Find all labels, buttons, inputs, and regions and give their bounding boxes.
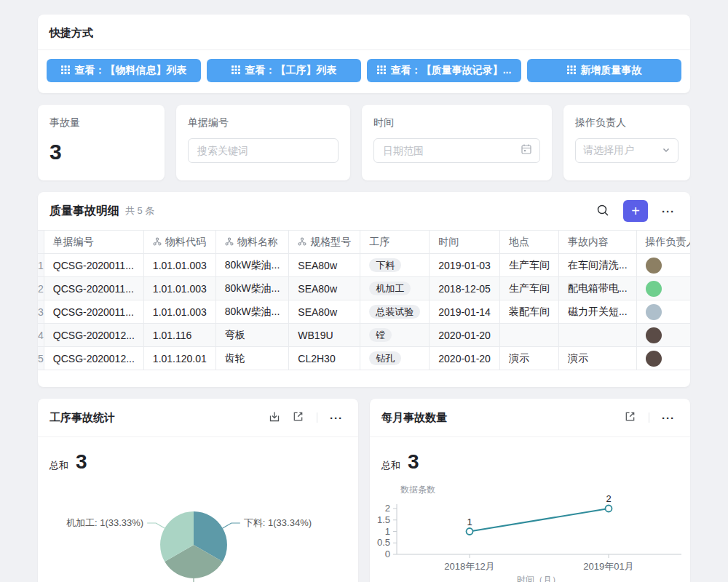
doc-no-filter-card: 单据编号 <box>176 105 350 180</box>
cell-time: 2018-12-05 <box>430 277 500 300</box>
process-pie-card: 工序事故统计 <box>38 399 358 582</box>
process-tag: 机加工 <box>369 282 411 295</box>
cell-material_name: 80kW柴油... <box>215 300 288 324</box>
line-more-button[interactable]: ··· <box>658 407 678 428</box>
charts-row: 工序事故统计 <box>38 399 690 582</box>
pie-chart-title: 工序事故统计 <box>50 411 115 425</box>
y-tick-label: 2 <box>385 503 390 514</box>
table-row[interactable]: 5QCSG-2020012...1.01.120.01齿轮CL2H30钻孔202… <box>38 347 690 370</box>
table-row[interactable]: 4QCSG-2020012...1.01.116弯板WB19U镗2020-01-… <box>38 324 690 347</box>
linked-field-icon <box>225 236 234 248</box>
cell-index: 5 <box>38 347 44 370</box>
calendar-icon <box>521 143 532 158</box>
pie-total-row: 总和 3 <box>38 437 358 474</box>
date-range-input-box[interactable] <box>373 138 540 163</box>
shortcut-button-label: 新增质量事故 <box>581 64 642 77</box>
line-total-value: 3 <box>408 450 419 474</box>
cell-content: 演示 <box>558 347 636 370</box>
cell-process: 下料 <box>360 254 430 277</box>
cell-avatar <box>636 324 690 347</box>
download-icon <box>268 410 281 426</box>
cell-index: 3 <box>38 300 44 324</box>
cell-material_code: 1.01.01.003 <box>143 277 215 300</box>
shortcut-button-3[interactable]: 新增质量事故 <box>527 59 681 82</box>
cell-material_name: 齿轮 <box>215 347 288 370</box>
x-tick-label: 2019年01月 <box>583 561 633 572</box>
shortcut-buttons: 查看：【物料信息】列表查看：【工序】列表查看：【质量事故记录】...新增质量事故 <box>38 50 690 91</box>
table-header-row: 单据编号物料代码物料名称规格型号工序时间地点事故内容操作负责人 <box>38 231 690 254</box>
shortcut-button-label: 查看：【质量事故记录】... <box>391 64 512 77</box>
column-header-label: 规格型号 <box>310 236 351 249</box>
ellipsis-icon: ··· <box>662 412 675 423</box>
cell-spec: SEA80w <box>289 277 360 300</box>
cell-avatar <box>636 347 690 370</box>
x-tick-label: 2018年12月 <box>444 561 494 572</box>
data-point[interactable] <box>606 506 612 512</box>
doc-no-search-input[interactable] <box>196 144 331 157</box>
table-row[interactable]: 3QCSG-2020011...1.01.01.00380kW柴油...SEA8… <box>38 300 690 324</box>
data-point-label: 1 <box>467 517 472 527</box>
column-header-地点: 地点 <box>499 231 558 254</box>
cell-index: 4 <box>38 324 44 347</box>
table-row[interactable]: 2QCSG-2020011...1.01.01.00380kW柴油...SEA8… <box>38 277 690 300</box>
cell-time: 2020-01-20 <box>430 324 500 347</box>
shortcut-button-0[interactable]: 查看：【物料信息】列表 <box>47 59 201 82</box>
cell-process: 总装试验 <box>360 300 430 324</box>
cell-doc_no: QCSG-2020011... <box>44 300 143 324</box>
cell-material_code: 1.01.116 <box>143 324 215 347</box>
operator-select[interactable]: 请选择用户 <box>575 138 678 163</box>
shortcuts-card: 快捷方式 查看：【物料信息】列表查看：【工序】列表查看：【质量事故记录】...新… <box>38 15 690 93</box>
pie-callout-line <box>147 523 165 528</box>
line-total-label: 总和 <box>381 459 400 472</box>
table-title: 质量事故明细 <box>50 204 119 219</box>
cell-index: 2 <box>38 277 44 300</box>
add-record-button[interactable]: + <box>623 200 648 222</box>
cell-spec: CL2H30 <box>289 347 360 370</box>
cell-avatar <box>636 277 690 300</box>
data-point-label: 2 <box>606 493 611 504</box>
download-button[interactable] <box>264 407 285 428</box>
data-point[interactable] <box>467 528 473 535</box>
cell-material_code: 1.01.01.003 <box>143 254 215 277</box>
pie-callout-line <box>194 578 202 582</box>
operator-avatar <box>646 281 662 297</box>
divider <box>317 412 317 423</box>
search-button[interactable] <box>593 201 613 221</box>
pie-more-button[interactable]: ··· <box>326 407 347 428</box>
table-more-button[interactable]: ··· <box>658 201 678 221</box>
shortcut-button-1[interactable]: 查看：【工序】列表 <box>207 59 361 82</box>
column-header-物料名称: 物料名称 <box>215 231 288 254</box>
cell-index: 1 <box>38 254 44 277</box>
grid-icon <box>232 65 240 76</box>
cell-process: 机加工 <box>360 277 430 300</box>
cell-process: 钻孔 <box>360 347 430 370</box>
column-header-物料代码: 物料代码 <box>143 231 215 254</box>
cell-content: 磁力开关短... <box>558 300 636 324</box>
column-header-工序: 工序 <box>360 231 430 254</box>
chevron-down-icon <box>662 144 670 157</box>
cell-material_name: 80kW柴油... <box>215 254 288 277</box>
table-row[interactable]: 1QCSG-2020011...1.01.01.00380kW柴油...SEA8… <box>38 254 690 277</box>
pie-callout-label: 机加工: 1(33.33%) <box>66 517 143 528</box>
shortcut-button-label: 查看：【物料信息】列表 <box>75 64 187 77</box>
process-tag: 下料 <box>369 258 401 272</box>
process-pie-chart: 下料: 1(33.34%)总装试验: 1(33.33%)机加工: 1(33.33… <box>38 474 357 582</box>
cell-doc_no: QCSG-2020011... <box>44 254 143 277</box>
table-header-bar: 质量事故明细 共 5 条 + ··· <box>38 192 690 230</box>
y-tick-label: 0 <box>385 549 390 559</box>
cell-process: 镗 <box>360 324 430 347</box>
linked-field-icon <box>153 236 162 248</box>
cell-content <box>558 324 636 347</box>
operator-select-placeholder: 请选择用户 <box>583 144 657 157</box>
accident-table: 单据编号物料代码物料名称规格型号工序时间地点事故内容操作负责人 1QCSG-20… <box>38 230 690 370</box>
open-fullscreen-button[interactable] <box>620 407 640 428</box>
divider <box>649 412 649 423</box>
open-in-new-icon <box>292 410 304 425</box>
cell-doc_no: QCSG-2020011... <box>44 277 143 300</box>
cell-place: 生产车间 <box>499 277 558 300</box>
grid-icon <box>377 65 386 76</box>
cell-material_code: 1.01.120.01 <box>143 347 215 370</box>
shortcut-button-2[interactable]: 查看：【质量事故记录】... <box>367 59 521 82</box>
date-range-input[interactable] <box>381 144 516 157</box>
open-fullscreen-button[interactable] <box>288 407 308 428</box>
